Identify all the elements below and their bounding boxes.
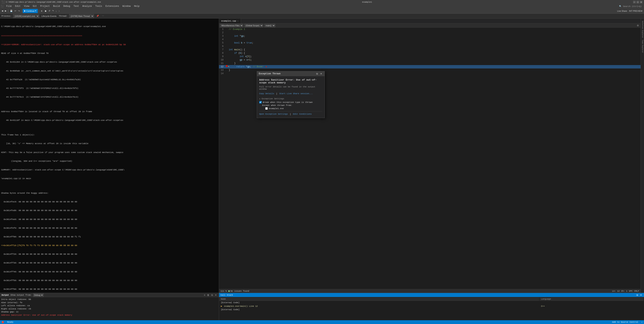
tab-example1[interactable]: example1.cpp ✕ — [219, 19, 241, 23]
scope-mid-select[interactable]: (Global Scope) — [244, 24, 263, 27]
call-stack-cell-lang-3 — [540, 308, 644, 311]
terminal-error-line: ==18184==ERROR: AddressSanitizer: stack-… — [1, 43, 218, 46]
toolbar-save-btn[interactable]: 💾 — [9, 9, 14, 13]
output-float-btn[interactable]: ⧉ — [211, 294, 214, 296]
terminal-shadow-10: 0x3014ff50: 00 00 00 00 00 00 00 00 00 0… — [1, 279, 218, 282]
line-num-4: 4 — [220, 38, 226, 41]
toolbar-sep-3 — [39, 9, 39, 13]
lifecycle-events-btn[interactable]: Lifecycle Events — [41, 14, 57, 18]
menu-edit[interactable]: Edit — [14, 5, 22, 8]
edit-conditions-link[interactable]: Edit Conditions — [293, 113, 312, 116]
exception-checkbox-break-row: Break when this exception type is thrown — [259, 101, 322, 103]
checkbox-example[interactable] — [265, 107, 268, 110]
breakpoint-12[interactable] — [226, 65, 228, 67]
thread-pin-btn[interactable]: 📌 — [96, 14, 100, 18]
toolbar-forward-btn[interactable]: ▶ — [4, 9, 7, 13]
line-content-9: int x[5]; — [228, 55, 640, 58]
search-box[interactable]: 🔍 Search (Ctrl+Q) — [618, 5, 643, 8]
continue-button[interactable]: ▶ Continue ▾ — [23, 9, 38, 13]
menu-analyze[interactable]: Analyze — [81, 5, 93, 8]
call-stack-cell-name-3: [External Code] — [220, 308, 539, 311]
code-line-2: 2 — [219, 31, 640, 34]
call-stack-row-2[interactable]: ▶ example1.exe!main() Line 12 C++ — [220, 304, 644, 308]
debug-bar: Process: [18184] example1.exe Lifecycle … — [0, 14, 644, 19]
exception-dialog: Exception Thrown ⧉ ✕ Address Sanitizer E… — [257, 71, 325, 118]
continue-arrow: ▾ — [35, 10, 36, 12]
exception-settings-section: ▴ Exception Settings Break when this exc… — [259, 97, 322, 110]
menu-build[interactable]: Build — [52, 5, 61, 8]
close-button[interactable]: ✕ — [640, 1, 642, 4]
status-label: Ready — [7, 321, 14, 323]
toolbar-step-into[interactable]: ↓ — [55, 9, 58, 13]
exception-section-title: ▴ Exception Settings — [259, 97, 322, 100]
toolbar-debug-btn-1[interactable]: ⏸ — [40, 9, 44, 13]
menu-vs-icon: ⬛ — [1, 5, 4, 8]
status-dot — [228, 290, 230, 292]
scope-left-select[interactable]: Miscellaneous Files — [220, 24, 243, 27]
output-source-select[interactable]: Debug — [33, 293, 44, 297]
menu-extensions[interactable]: Extensions — [104, 5, 121, 8]
toolbar-back-btn[interactable]: ◀ — [1, 9, 4, 13]
terminal-frame-main: #0 0x43118f in main C:\MSDN\cpp-docs-pr\… — [1, 119, 218, 122]
no-issues-text: No issues found — [230, 290, 249, 292]
terminal-shadow-title: Shadow bytes around the buggy address: — [1, 192, 218, 195]
thread-select[interactable]: [24788] Main Thread — [69, 14, 94, 18]
live-share-btn[interactable]: Live Share — [616, 9, 628, 13]
menu-tools[interactable]: Tools — [94, 5, 104, 8]
checkbox-break[interactable] — [259, 101, 262, 103]
call-stack-row-1[interactable]: [External Code] — [220, 301, 644, 304]
toolbar-redo-btn[interactable]: ↪ — [17, 9, 20, 13]
tab-close-btn[interactable]: ✕ — [237, 20, 238, 22]
menu-window[interactable]: Window — [121, 5, 132, 8]
open-exception-settings-link[interactable]: Open Exception Settings — [259, 113, 288, 116]
source-control-label[interactable]: Add to Source Control — [612, 321, 638, 323]
code-line-10: 10 gp = x+1; — [219, 58, 640, 62]
output-wrap-btn[interactable]: ≡ — [203, 294, 206, 296]
toolbar-undo-btn[interactable]: ↩ — [14, 9, 17, 13]
title-bar-left: ⬛ C:\MSDN\cpp-docs-pr\docs\c-language\AS… — [2, 1, 101, 4]
menu-debug[interactable]: Debug — [62, 5, 72, 8]
maximize-button[interactable]: □ — [636, 1, 639, 4]
copy-details-link[interactable]: Copy Details — [259, 92, 274, 95]
editor-settings-btn[interactable]: ⚙ — [636, 24, 640, 27]
call-stack-float-btn[interactable]: ⧉ — [636, 294, 639, 296]
exception-close-btn[interactable]: ✕ — [320, 72, 323, 75]
process-select[interactable]: [18184] example1.exe — [13, 14, 39, 18]
menu-bar: ⬛ File Edit View Git Project Build Debug… — [0, 4, 644, 8]
call-stack-close-btn[interactable]: ✕ — [640, 294, 642, 296]
live-share-link[interactable]: Start Live Share session... — [279, 92, 313, 95]
exception-expand-btn[interactable]: ⧉ — [316, 72, 318, 75]
toolbar-step-out[interactable]: ↑ — [58, 9, 60, 13]
int-preview-btn[interactable]: INT PREVIEW — [628, 9, 643, 13]
line-num-12: 12 — [220, 65, 226, 68]
toolbar-step-over[interactable]: ↷ — [51, 9, 54, 13]
menu-project[interactable]: Project — [39, 5, 51, 8]
call-stack-col-lang: Language — [540, 297, 644, 301]
exception-error-title: Address Sanitizer Error: Use of out-of-s… — [259, 78, 322, 84]
zoom-level[interactable]: 111 % — [220, 290, 227, 292]
scope-right-select[interactable]: main() — [264, 24, 275, 27]
toolbar-sep-2 — [22, 9, 22, 13]
terminal-path: C:\MSDN\cpp-docs-pr\docs\c-language\ASAN… — [1, 25, 218, 28]
terminal-line-separator: ========================================… — [1, 35, 218, 38]
menu-help[interactable]: Help — [132, 5, 141, 8]
except-label: Except when thrown from: — [262, 104, 292, 106]
line-num-8: 8 — [220, 51, 226, 55]
terminal-frame-2: #2 0x7f85fa28 (C:\WINDOWS\System32\KERNE… — [1, 78, 218, 81]
menu-git[interactable]: Git — [31, 5, 38, 8]
toolbar-restart-btn[interactable]: ↺ — [48, 9, 51, 13]
thread-options-btn[interactable]: ⋯ — [101, 14, 105, 18]
toolbar-debug-btn-2[interactable]: ⏹ — [44, 9, 48, 13]
output-line-2: ASan internal: fe — [1, 301, 218, 304]
code-line-6: 6 — [219, 45, 640, 48]
notifications-icon[interactable]: ⚡ — [641, 321, 642, 323]
menu-test[interactable]: Test — [72, 5, 80, 8]
menu-view[interactable]: View — [22, 5, 31, 8]
minimize-button[interactable]: ─ — [633, 1, 636, 4]
call-stack-row-3[interactable]: [External Code] — [220, 308, 644, 311]
output-close-btn[interactable]: ✕ — [214, 294, 217, 296]
line-content-5: bool b = true; — [228, 41, 640, 45]
terminal-shadow-5: 0x3014ff00: 00 00 00 00 00 00 00 00 00 0… — [1, 235, 218, 238]
menu-file[interactable]: File — [5, 5, 13, 8]
output-clear-btn[interactable]: 🗑 — [206, 294, 210, 296]
